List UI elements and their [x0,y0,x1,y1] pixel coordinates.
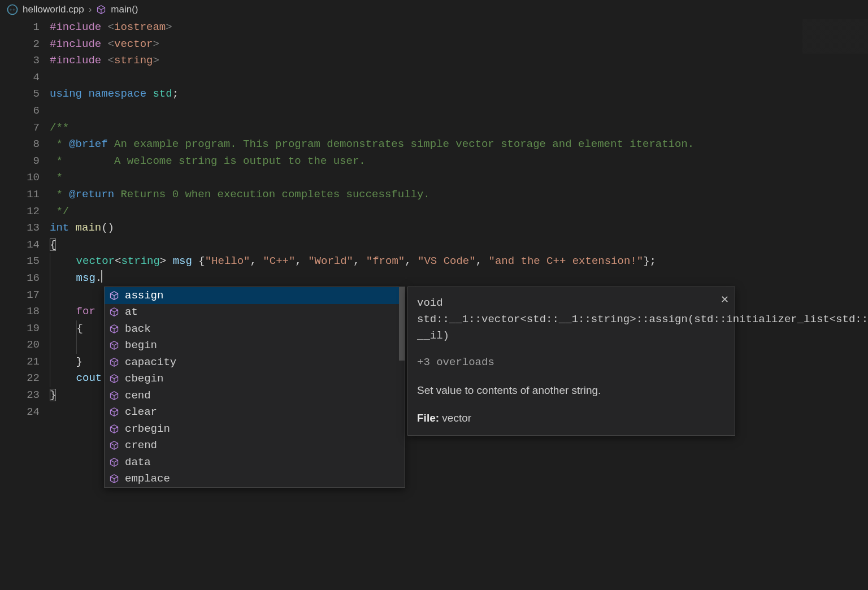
line-number: 3 [0,53,40,70]
line-number: 17 [0,287,40,304]
method-icon [109,407,119,417]
suggest-item-begin[interactable]: begin [105,337,405,354]
text-cursor [101,270,102,283]
cpp-file-icon: ++ [7,4,18,15]
breadcrumb-file[interactable]: helloworld.cpp [23,4,84,15]
suggest-item-at[interactable]: at [105,304,405,321]
suggest-label: begin [125,339,157,352]
line-number: 5 [0,86,40,103]
method-icon [109,290,119,301]
line-number: 22 [0,370,40,387]
code-line[interactable]: { [50,237,868,254]
doc-description: Set value to contents of another string. [417,382,722,398]
method-icon [109,391,119,401]
suggest-label: at [125,306,138,318]
line-number: 4 [0,70,40,86]
suggest-scrollbar[interactable] [399,287,405,361]
suggest-label: crbegin [125,423,170,435]
suggest-item-crbegin[interactable]: crbegin [105,420,405,437]
line-number: 10 [0,170,40,186]
line-number: 21 [0,354,40,371]
suggest-label: back [125,323,151,335]
line-number: 11 [0,186,40,203]
method-icon [109,374,119,384]
code-line[interactable]: * @return Returns 0 when execution compl… [50,186,868,203]
line-number: 23 [0,387,40,404]
method-icon [109,324,119,334]
line-number: 14 [0,237,40,254]
line-number: 8 [0,136,40,153]
code-line[interactable]: * [50,170,868,186]
method-icon [109,357,119,367]
code-line[interactable]: #include <iostream> [50,19,868,36]
code-line[interactable] [50,70,868,86]
line-number: 6 [0,103,40,120]
suggest-item-back[interactable]: back [105,320,405,337]
code-line[interactable]: vector<string> msg {"Hello", "C++", "Wor… [50,253,868,270]
line-number: 24 [0,404,40,421]
code-line[interactable] [50,103,868,120]
code-line[interactable]: #include <string> [50,53,868,70]
line-number-gutter: 1 2 3 4 5 6 7 8 9 10 11 12 13 14 15 16 1… [0,19,50,420]
line-number: 20 [0,337,40,354]
suggest-item-cbegin[interactable]: cbegin [105,371,405,388]
line-number: 12 [0,203,40,220]
code-line[interactable]: int main() [50,220,868,237]
suggest-label: cbegin [125,372,163,385]
method-icon [109,340,119,350]
doc-overloads: +3 overloads [417,354,722,371]
code-editor[interactable]: 1 2 3 4 5 6 7 8 9 10 11 12 13 14 15 16 1… [0,19,868,420]
line-number: 1 [0,19,40,36]
line-number: 13 [0,220,40,237]
suggest-item-capacity[interactable]: capacity [105,354,405,371]
suggest-label: data [125,456,151,468]
intellisense-suggest-list[interactable]: assign at back begin capacity cbegin cen… [104,287,405,488]
method-icon [109,457,119,467]
breadcrumb-symbol[interactable]: main() [111,4,138,15]
suggest-item-crend[interactable]: crend [105,437,405,454]
code-line[interactable]: using namespace std; [50,86,868,103]
suggest-label: emplace [125,472,170,485]
method-icon [109,474,119,484]
code-line[interactable]: */ [50,203,868,220]
line-number: 19 [0,320,40,337]
line-number: 9 [0,153,40,170]
breadcrumb[interactable]: ++ helloworld.cpp › main() [0,0,868,19]
doc-file: File: vector [417,410,722,426]
suggest-label: clear [125,406,157,418]
suggest-item-emplace[interactable]: emplace [105,471,405,488]
doc-signature: void std::__1::vector<std::__1::string>:… [417,295,722,344]
code-line[interactable]: #include <vector> [50,36,868,53]
suggest-item-cend[interactable]: cend [105,387,405,404]
suggest-item-clear[interactable]: clear [105,404,405,421]
code-line[interactable]: /** [50,120,868,137]
suggest-label: assign [125,289,163,302]
intellisense-doc-panel: ✕ void std::__1::vector<std::__1::string… [407,287,735,436]
method-icon [109,307,119,317]
line-number: 2 [0,36,40,53]
suggest-label: cend [125,389,151,402]
svg-text:++: ++ [9,7,16,13]
code-line[interactable]: * @brief An example program. This progra… [50,136,868,153]
suggest-label: crend [125,439,157,452]
code-line[interactable]: msg. [50,270,868,287]
symbol-method-icon [96,5,106,15]
method-icon [109,424,119,434]
close-icon[interactable]: ✕ [721,292,729,308]
chevron-right-icon: › [89,4,92,15]
code-line[interactable]: * A welcome string is output to the user… [50,153,868,170]
line-number: 16 [0,270,40,287]
line-number: 15 [0,253,40,270]
suggest-item-data[interactable]: data [105,454,405,471]
method-icon [109,440,119,450]
code-area[interactable]: #include <iostream> #include <vector> #i… [50,19,868,420]
line-number: 7 [0,120,40,137]
suggest-item-assign[interactable]: assign [105,287,405,304]
suggest-label: capacity [125,356,176,368]
line-number: 18 [0,303,40,320]
